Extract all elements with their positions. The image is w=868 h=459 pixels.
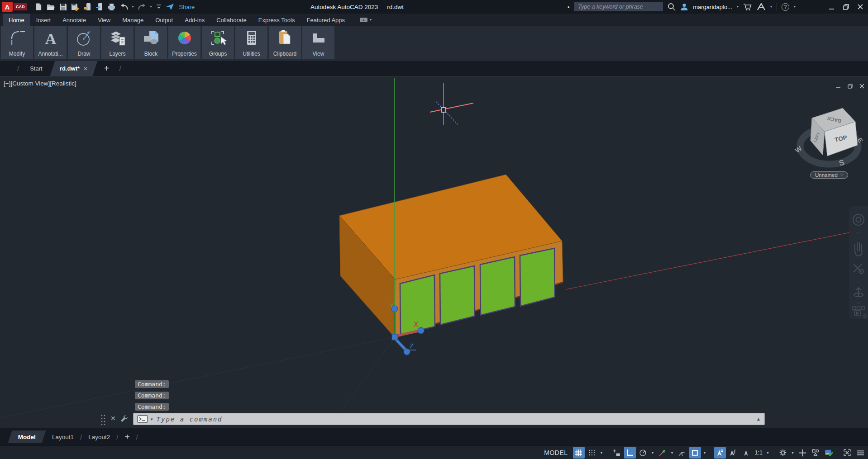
restore-button[interactable] [841,2,851,12]
customize-menu-icon[interactable] [854,447,866,459]
workspace-caret[interactable]: ▾ [790,451,795,455]
minimize-button[interactable] [826,2,836,12]
snap-toggle[interactable] [586,447,598,459]
viewport-minimize-icon[interactable] [836,84,841,89]
search-expand-icon[interactable]: ▸ [568,5,570,9]
share-button[interactable]: Share [179,4,195,10]
annotation-visibility-toggle[interactable] [714,447,726,459]
tab-addins[interactable]: Add-ins [179,14,210,26]
tab-featured-apps[interactable]: Featured Apps [300,14,351,26]
ribbon-minimize-icon[interactable]: ▲ [360,18,367,22]
undo-button[interactable] [120,2,128,11]
share-icon[interactable] [166,2,174,11]
username-menu[interactable]: margaridaplo... [693,4,732,10]
autodesk-logo-icon[interactable] [757,3,766,10]
ribbon-panel-view[interactable]: View [302,26,334,59]
isodraft-caret[interactable]: ▾ [670,451,675,455]
open-file-button[interactable] [47,2,55,11]
tab-home[interactable]: Home [3,14,30,26]
new-layout-button[interactable]: + [119,432,135,442]
redo-button[interactable] [138,2,146,11]
file-tab-active[interactable]: rd.dwt* ✕ [50,61,97,76]
tab-collaborate[interactable]: Collaborate [210,14,253,26]
viewport-close-icon[interactable] [859,84,864,89]
object-snap-tracking-toggle[interactable] [676,447,688,459]
recent-commands-caret[interactable]: ▾ [151,417,153,421]
close-button[interactable] [855,2,865,12]
quick-access-dropdown[interactable] [156,2,162,11]
navigation-bar[interactable] [849,206,868,319]
grid-toggle[interactable] [573,447,585,459]
ribbon-display-toggle[interactable]: ▲ ▾ [360,14,372,26]
annotation-scale-icon[interactable] [740,447,752,459]
object-snap-caret[interactable]: ▾ [702,451,707,455]
view-name-dropdown[interactable]: Unnamed ▽ [810,171,848,179]
username-caret[interactable]: ▾ [737,5,739,9]
tab-manage[interactable]: Manage [116,14,149,26]
save-button[interactable] [59,2,67,11]
ribbon-panel-draw[interactable]: Draw [68,26,100,59]
annotation-autoscale-toggle[interactable] [727,447,739,459]
search-icon[interactable] [668,3,676,11]
ribbon-panel-properties[interactable]: Properties [168,26,200,59]
tab-view[interactable]: View [92,14,116,26]
tab-express-tools[interactable]: Express Tools [253,14,301,26]
open-from-mobile-button[interactable] [84,2,91,11]
workspace-gear-icon[interactable] [777,447,789,459]
tab-annotate[interactable]: Annotate [57,14,92,26]
annotation-scale-caret[interactable]: ▾ [765,451,770,455]
new-drawing-tab-button[interactable]: + [99,61,115,76]
ortho-toggle[interactable] [624,447,636,459]
graphics-performance-icon[interactable] [823,447,835,459]
save-to-mobile-button[interactable] [95,2,103,11]
customization-plus-icon[interactable] [796,447,808,459]
tab-output[interactable]: Output [149,14,179,26]
command-customize-icon[interactable] [120,414,129,423]
help-caret[interactable]: ▾ [794,5,796,9]
file-tab-close-icon[interactable]: ✕ [83,66,88,72]
ribbon-panel-utilities[interactable]: Utilities [235,26,267,59]
ribbon-minimize-caret[interactable]: ▾ [370,18,372,22]
ribbon-panel-groups[interactable]: Groups [202,26,234,59]
command-expand-caret[interactable]: ▲ [756,416,761,421]
command-prompt-icon[interactable] [137,415,148,423]
polar-tracking-toggle[interactable] [637,447,649,459]
ribbon-panel-annotation[interactable]: A Annotati... [34,26,67,59]
user-avatar-icon[interactable] [680,3,688,11]
redo-dropdown-caret[interactable]: ▾ [150,5,152,9]
search-input[interactable] [574,2,663,11]
ribbon-panel-block[interactable]: Block [135,26,167,59]
help-icon[interactable]: ? [782,3,789,11]
undo-dropdown-caret[interactable]: ▾ [132,5,134,9]
ribbon-panel-layers[interactable]: Layers [101,26,134,59]
autodesk-caret[interactable]: ▾ [770,5,772,9]
viewcube[interactable]: W S E BACK LEFT TOP Unnamed ▽ [789,103,868,193]
app-logo[interactable]: A CAD [2,2,27,12]
tab-layout2[interactable]: Layout2 [83,434,115,440]
new-file-button[interactable] [35,2,43,11]
isolate-objects-icon[interactable] [810,447,821,459]
clean-screen-icon[interactable] [841,447,853,459]
command-drag-handle[interactable] [100,414,106,426]
plot-button[interactable] [107,2,116,11]
command-line[interactable]: ▾ ▲ [133,413,765,425]
file-tab-start[interactable]: Start [24,61,48,76]
dynamic-input-toggle[interactable] [611,447,623,459]
viewport-controls-label[interactable]: [−][Custom View][Realistic] [4,80,76,87]
isodraft-toggle[interactable] [657,447,668,459]
command-input[interactable] [156,415,754,423]
model-space-button[interactable]: MODEL [544,449,568,456]
drawing-viewport[interactable]: Y X Z [−][Custom View][Realistic] [0,76,868,428]
app-store-cart-icon[interactable] [743,3,752,11]
ribbon-panel-clipboard[interactable]: Clipboard [269,26,301,59]
snap-caret[interactable]: ▾ [599,451,604,455]
tab-insert[interactable]: Insert [30,14,57,26]
viewport-restore-icon[interactable] [848,84,853,89]
annotation-scale-value[interactable]: 1:1 [754,450,764,456]
tab-model[interactable]: Model [8,431,46,443]
save-as-button[interactable] [71,2,80,11]
polar-caret[interactable]: ▾ [650,451,655,455]
ribbon-panel-modify[interactable]: Modify [1,26,33,59]
tab-layout1[interactable]: Layout1 [47,434,79,440]
object-snap-toggle[interactable] [689,447,701,459]
